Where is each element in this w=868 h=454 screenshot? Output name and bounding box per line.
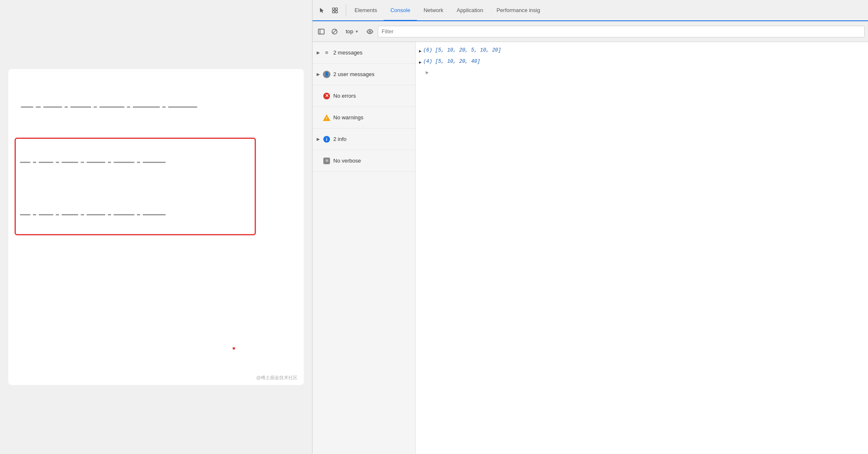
entry-2-content: (4) [5, 10, 20, 40] xyxy=(423,58,865,65)
inspect-icon xyxy=(332,7,338,14)
sidebar-item-warnings[interactable]: ▶ No warnings xyxy=(312,107,415,128)
dash xyxy=(94,106,97,108)
user-icon: 👤 xyxy=(322,70,331,79)
clear-console-btn[interactable] xyxy=(329,26,340,37)
dash xyxy=(20,162,30,163)
svg-line-7 xyxy=(333,30,337,33)
chevron-down-icon: ▼ xyxy=(355,30,359,34)
error-icon: ✕ xyxy=(322,92,331,100)
dash xyxy=(99,106,124,108)
eye-icon xyxy=(367,29,373,34)
info-icon: i xyxy=(322,135,331,143)
expand-arrow-user[interactable]: ▶ xyxy=(314,70,322,79)
tab-elements[interactable]: Elements xyxy=(348,0,384,21)
svg-rect-1 xyxy=(335,8,337,10)
svg-rect-3 xyxy=(335,11,337,13)
dash xyxy=(21,106,33,108)
inspect-icon-btn[interactable] xyxy=(329,5,341,16)
svg-rect-4 xyxy=(318,29,324,34)
console-sidebar: ▶ ≡ 2 messages ▶ 👤 2 user messages ▶ ✕ N… xyxy=(312,42,416,454)
entry-1-arrow[interactable]: ▶ xyxy=(419,47,422,55)
console-toolbar: top ▼ xyxy=(312,21,868,42)
dash xyxy=(62,214,78,215)
eye-icon-btn[interactable] xyxy=(365,26,375,37)
dash xyxy=(64,106,68,108)
warning-icon xyxy=(322,114,331,122)
dash xyxy=(87,162,105,163)
cursor-icon-btn[interactable] xyxy=(316,5,327,16)
info-circle-icon: i xyxy=(323,136,330,143)
block-icon xyxy=(332,29,337,35)
entry-2-arrow[interactable]: ▶ xyxy=(419,58,422,67)
page-canvas: @稀土掘金技术社区 xyxy=(8,69,304,385)
dash xyxy=(162,106,166,108)
svg-rect-2 xyxy=(332,11,335,13)
dash xyxy=(70,106,91,108)
dash xyxy=(36,106,41,108)
tab-application[interactable]: Application xyxy=(450,0,490,21)
browser-viewport: @稀土掘金技术社区 xyxy=(0,0,312,454)
console-body: ▶ ≡ 2 messages ▶ 👤 2 user messages ▶ ✕ N… xyxy=(312,42,868,454)
dash xyxy=(168,106,197,108)
entry-1-content: (6) [5, 10, 20, 5, 10, 20] xyxy=(423,47,865,54)
dash xyxy=(62,162,78,163)
sidebar-toggle-btn[interactable] xyxy=(316,26,327,37)
console-entry-1: ▶ (6) [5, 10, 20, 5, 10, 20] xyxy=(416,45,868,57)
errors-label: No errors xyxy=(333,93,412,99)
dash xyxy=(143,162,166,163)
user-messages-label: 2 user messages xyxy=(333,71,412,77)
dash xyxy=(143,214,166,215)
watermark: @稀土掘金技术社区 xyxy=(256,375,298,381)
verbose-icon: ⚙ xyxy=(322,157,331,165)
expand-arrow-messages[interactable]: ▶ xyxy=(314,49,322,57)
user-avatar-icon: 👤 xyxy=(323,71,330,78)
tab-performance[interactable]: Performance insig xyxy=(490,0,547,21)
expand-arrow-info[interactable]: ▶ xyxy=(314,135,322,143)
dash xyxy=(56,162,59,163)
console-entry-3: ▶ xyxy=(416,68,868,78)
filter-input[interactable] xyxy=(378,26,865,37)
dash xyxy=(137,214,140,215)
console-entry-2: ▶ (4) [5, 10, 20, 40] xyxy=(416,57,868,68)
messages-label: 2 messages xyxy=(333,49,412,56)
dash xyxy=(33,162,36,163)
sidebar-icon xyxy=(318,29,325,35)
dash xyxy=(114,214,134,215)
dash xyxy=(33,214,36,215)
cursor-icon xyxy=(318,7,325,14)
sub-arrow[interactable]: ▶ xyxy=(419,69,429,76)
dash xyxy=(133,106,160,108)
tab-console[interactable]: Console xyxy=(384,0,417,21)
warnings-label: No warnings xyxy=(333,114,412,121)
dash xyxy=(114,162,134,163)
dash xyxy=(39,162,53,163)
red-bordered-box xyxy=(15,138,256,235)
dash xyxy=(137,162,140,163)
verbose-grid-icon: ⚙ xyxy=(323,158,330,164)
tab-network[interactable]: Network xyxy=(417,0,450,21)
devtools-panel: Elements Console Network Application Per… xyxy=(312,0,868,454)
dash xyxy=(39,214,53,215)
messages-icon: ≡ xyxy=(322,49,331,57)
dash xyxy=(81,162,84,163)
error-circle-icon: ✕ xyxy=(323,93,330,99)
svg-rect-0 xyxy=(332,8,335,10)
sidebar-item-user-messages[interactable]: ▶ 👤 2 user messages xyxy=(312,64,415,85)
svg-point-8 xyxy=(369,31,371,32)
divider xyxy=(346,4,346,17)
red-dot xyxy=(233,347,235,350)
dashes-inner-bottom xyxy=(20,214,250,215)
sidebar-item-messages[interactable]: ▶ ≡ 2 messages xyxy=(312,42,415,64)
dashes-top xyxy=(21,106,291,108)
context-selector[interactable]: top ▼ xyxy=(342,27,362,35)
sidebar-item-info[interactable]: ▶ i 2 info xyxy=(312,128,415,150)
sidebar-item-verbose[interactable]: ▶ ⚙ No verbose xyxy=(312,150,415,172)
dash xyxy=(108,162,111,163)
dashes-inner-top xyxy=(20,162,250,163)
warning-triangle-icon xyxy=(323,114,330,121)
dash xyxy=(20,214,30,215)
dash xyxy=(56,214,59,215)
dash xyxy=(87,214,105,215)
sidebar-item-errors[interactable]: ▶ ✕ No errors xyxy=(312,85,415,107)
dash xyxy=(108,214,111,215)
